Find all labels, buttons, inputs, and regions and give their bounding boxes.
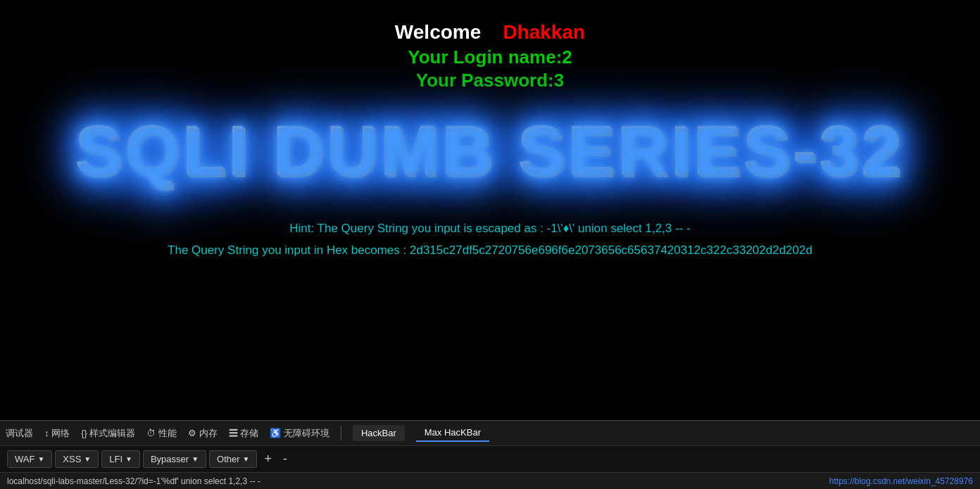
waf-label: WAF [15, 454, 34, 464]
browser-toolbar: 调试器 ↕ 网络 {} 样式编辑器 ⏱ 性能 ⚙ 内存 ☰ 存储 ♿ 无障碍环境… [0, 420, 980, 445]
toolbar-performance[interactable]: ⏱ 性能 [146, 427, 177, 440]
welcome-label: Welcome [395, 21, 481, 43]
remove-button[interactable]: - [279, 452, 291, 466]
bypasser-label: Bypasser [151, 454, 189, 464]
hackbar-menu: WAF ▼ XSS ▼ LFI ▼ Bypasser ▼ Other ▼ + - [0, 445, 980, 472]
other-menu[interactable]: Other ▼ [209, 450, 257, 468]
bypasser-arrow: ▼ [191, 455, 199, 463]
password-label: Your Password:3 [395, 70, 585, 91]
toolbar-style-editor[interactable]: {} 样式编辑器 [81, 427, 135, 440]
toolbar-debugger[interactable]: 调试器 [6, 427, 33, 440]
toolbar-network[interactable]: ↕ 网络 [44, 427, 70, 440]
main-content: Welcome Dhakkan Your Login name:2 Your P… [0, 0, 980, 420]
login-name: Your Login name:2 [395, 46, 585, 68]
xss-label: XSS [63, 454, 81, 464]
waf-menu[interactable]: WAF ▼ [7, 450, 52, 468]
bypasser-menu[interactable]: Bypasser ▼ [143, 450, 206, 468]
toolbar-accessibility[interactable]: ♿ 无障碍环境 [270, 427, 329, 440]
xss-arrow: ▼ [84, 455, 91, 463]
toolbar-max-hackbar[interactable]: Max HacKBar [416, 424, 489, 442]
waf-arrow: ▼ [37, 455, 44, 463]
hint-section: Hint: The Query String you input is esca… [168, 218, 812, 261]
status-url: localhost/sqli-labs-master/Less-32/?id=-… [7, 476, 260, 486]
hint-line2: The Query String you input in Hex become… [168, 240, 812, 262]
toolbar-storage[interactable]: ☰ 存储 [229, 427, 259, 440]
toolbar-hackbar[interactable]: HackBar [353, 425, 405, 441]
status-right-link[interactable]: https://blog.csdn.net/weixin_45728976 [829, 476, 973, 486]
xss-menu[interactable]: XSS ▼ [55, 450, 99, 468]
username-label: Dhakkan [503, 21, 585, 43]
welcome-line: Welcome Dhakkan [395, 21, 585, 44]
add-button[interactable]: + [260, 452, 276, 466]
lfi-arrow: ▼ [125, 455, 132, 463]
toolbar-memory[interactable]: ⚙ 内存 [188, 427, 218, 440]
welcome-section: Welcome Dhakkan Your Login name:2 Your P… [395, 21, 585, 91]
lfi-label: LFI [109, 454, 122, 464]
lfi-menu[interactable]: LFI ▼ [101, 450, 140, 468]
sqli-title: SQLI DUMB SERIES-32 [0, 113, 980, 190]
status-bar: localhost/sqli-labs-master/Less-32/?id=-… [0, 472, 980, 489]
other-arrow: ▼ [243, 455, 250, 463]
other-label: Other [217, 454, 240, 464]
hint-line1: Hint: The Query String you input is esca… [168, 218, 812, 240]
toolbar-separator [341, 426, 341, 440]
title-section: SQLI DUMB SERIES-32 [0, 113, 980, 190]
